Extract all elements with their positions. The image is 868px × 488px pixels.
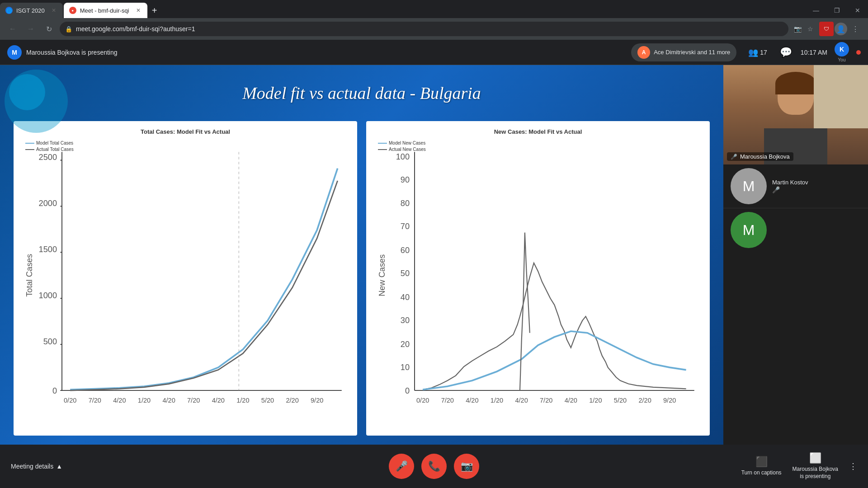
legend1-line2 [25,149,34,150]
svg-text:1/20: 1/20 [589,397,602,404]
svg-text:4/20: 4/20 [466,397,478,404]
tab2-close[interactable]: ✕ [135,7,142,14]
tab2-favicon: ● [69,7,76,14]
video-feed [723,65,868,164]
svg-text:7/20: 7/20 [441,397,454,404]
legend1-item1: Model Total Cases [25,141,74,145]
chart2-title: New Cases: Model Fit vs Actual [373,128,703,135]
presenter-name-label: Maroussia Bojkova [740,153,790,160]
participant-preview-avatar: A [637,46,650,59]
bookmark-icon[interactable]: ☆ [805,23,816,34]
presenter-status-text: Maroussia Bojkova is presenting [26,49,118,56]
forward-button[interactable]: → [24,22,38,36]
svg-text:4/20: 4/20 [113,397,126,404]
hair-shape [775,72,816,94]
more-options-button[interactable]: ⋮ [849,461,857,471]
participants-count: 17 [760,49,767,56]
new-tab-button[interactable]: + [148,5,161,16]
svg-text:7/20: 7/20 [187,397,200,404]
maximize-button[interactable]: ❐ [826,3,847,18]
svg-text:4/20: 4/20 [565,397,577,404]
svg-text:30: 30 [401,316,410,325]
tab-meet[interactable]: ● Meet - bmf-duir-sqi ✕ [64,3,147,18]
url-text: meet.google.com/bmf-duir-sqi?authuser=1 [76,25,195,33]
svg-text:1500: 1500 [39,245,57,254]
presenter-info: M Maroussia Bojkova is presenting [7,45,631,60]
presenting-action[interactable]: ⬜ Maroussia Bojkova is presenting [793,452,838,480]
stop-video-button[interactable]: 📷 [454,454,479,479]
svg-text:70: 70 [401,222,410,231]
tab1-close[interactable]: ✕ [50,7,57,14]
profile-icon[interactable]: 👤 [835,23,847,35]
minimize-button[interactable]: — [806,3,826,18]
meeting-details[interactable]: Meeting details ▲ [11,463,62,470]
captions-label: Turn on captions [741,469,782,477]
svg-text:9/20: 9/20 [311,397,323,404]
lock-icon: 🔒 [65,26,72,33]
presenter-video-name: 🎤 Maroussia Bojkova [727,152,793,161]
green-m-initial: M [743,222,755,239]
mute-button[interactable]: 🎤 [389,454,414,479]
svg-text:7/20: 7/20 [89,397,101,404]
close-button[interactable]: ✕ [847,3,868,18]
chart1-area: Model Total Cases Actual Total Cases [21,139,350,428]
svg-text:40: 40 [401,293,410,302]
reload-button[interactable]: ↻ [42,22,56,36]
presentation-area: Model fit vs actual data - Bulgaria Tota… [0,65,723,445]
header-right: A Ace Dimitrievski and 11 more 👥 17 💬 10… [631,42,861,62]
chart1-svg: 0 500 1000 1500 2000 2500 [21,139,350,428]
control-buttons: 🎤 📞 📷 [389,454,479,479]
svg-text:0: 0 [405,386,410,395]
extensions-icon[interactable]: 🛡 [819,22,834,36]
svg-text:4/20: 4/20 [515,397,528,404]
svg-text:Total Cases: Total Cases [25,254,34,297]
svg-text:2500: 2500 [39,153,57,162]
participants-info[interactable]: A Ace Dimitrievski and 11 more [631,43,736,61]
stop-video-icon: 📷 [461,460,473,472]
right-sidebar: 🎤 Maroussia Bojkova M Martin Kostov 🎤 M [723,65,868,445]
legend1-label1: Model Total Cases [36,141,73,145]
back-button[interactable]: ← [5,22,20,36]
presenting-label: Maroussia Bojkova is presenting [793,466,838,480]
slide-background: Model fit vs actual data - Bulgaria Tota… [0,65,723,445]
presenter-video-bg [723,65,868,164]
legend1-label2: Actual Total Cases [36,147,74,152]
presenter-video-tile: 🎤 Maroussia Bojkova [723,65,868,164]
bottom-right-actions: ⬛ Turn on captions ⬜ Maroussia Bojkova i… [741,452,857,480]
captions-action[interactable]: ⬛ Turn on captions [741,456,782,477]
green-m-avatar: M [731,212,767,248]
slide-title: Model fit vs actual data - Bulgaria [0,65,723,117]
svg-text:10: 10 [401,363,410,372]
martin-initial: M [743,178,755,195]
legend2-item2: Actual New Cases [378,147,426,152]
svg-text:100: 100 [396,152,410,161]
svg-text:4/20: 4/20 [212,397,225,404]
chat-button[interactable]: 💬 [779,45,793,60]
tab-isgt[interactable]: 🌐 ISGT 2020 ✕ [0,3,63,18]
svg-text:1/20: 1/20 [138,397,151,404]
tab-bar: 🌐 ISGT 2020 ✕ ● Meet - bmf-duir-sqi ✕ + … [0,0,868,18]
martin-mic-icon: 🎤 [772,186,780,193]
chart1-legend: Model Total Cases Actual Total Cases [25,141,74,152]
legend1-line1 [25,143,34,144]
presenting-icon: ⬜ [809,452,821,464]
meeting-time: 10:17 AM [801,49,827,56]
end-call-button[interactable]: 📞 [421,454,447,479]
people-icon: 👥 [748,47,758,57]
legend2-label2: Actual New Cases [389,147,426,152]
url-bar[interactable]: 🔒 meet.google.com/bmf-duir-sqi?authuser=… [60,22,788,36]
captions-icon: ⬛ [755,456,768,468]
svg-text:90: 90 [401,175,410,184]
recording-indicator [856,50,861,55]
svg-text:5/20: 5/20 [261,397,274,404]
svg-text:50: 50 [401,269,410,278]
your-avatar[interactable]: K [835,42,849,56]
tab1-label: ISGT 2020 [16,7,45,14]
cast-icon[interactable]: 📷 [792,23,803,34]
bottom-bar: Meeting details ▲ 🎤 📞 📷 ⬛ Turn on captio… [0,445,868,488]
menu-icon[interactable]: ⋮ [848,22,863,36]
participant-martin: M Martin Kostov 🎤 [723,164,868,208]
participants-count-button[interactable]: 👥 17 [744,45,772,60]
legend1-item2: Actual Total Cases [25,147,74,152]
charts-container: Total Cases: Model Fit vs Actual Model T… [0,117,723,445]
